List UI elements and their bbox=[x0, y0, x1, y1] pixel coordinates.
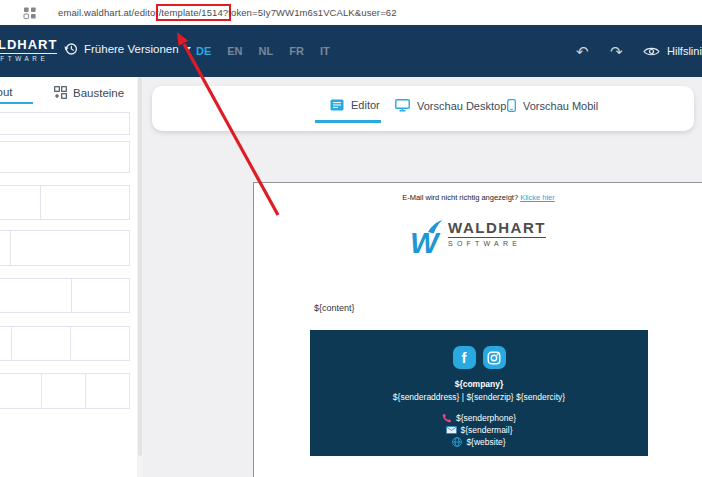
desktop-icon bbox=[395, 99, 410, 112]
footer-phone: ${senderphone} bbox=[456, 413, 516, 423]
email-canvas[interactable]: E-Mail wird nicht richtig angezeigt? Kli… bbox=[253, 182, 702, 477]
layout-block-3col-b[interactable] bbox=[0, 373, 130, 409]
footer-phone-row: ${senderphone} bbox=[310, 413, 648, 423]
footer-mail: ${sendermail} bbox=[461, 425, 513, 435]
guides-toggle[interactable]: Hilfslinien bbox=[643, 45, 702, 57]
tab-editor[interactable]: Editor bbox=[330, 99, 380, 111]
layout-block-3col-a[interactable] bbox=[0, 326, 130, 361]
undo-icon[interactable]: ↶ bbox=[576, 44, 589, 59]
logo-subtitle: SOFTWARE bbox=[0, 55, 57, 62]
blocks-icon bbox=[54, 86, 67, 99]
tab-editor-label: Editor bbox=[351, 99, 380, 111]
footer-website: ${website} bbox=[466, 437, 505, 447]
sidebar: Layout Bausteine bbox=[0, 77, 143, 477]
active-tab-underline bbox=[0, 102, 33, 104]
footer-website-row: ${website} bbox=[310, 437, 648, 447]
language-switcher: DE EN NL FR IT bbox=[196, 45, 330, 57]
layout-block-2col-b[interactable] bbox=[0, 230, 130, 266]
previous-versions-button[interactable]: Frühere Versionen bbox=[64, 42, 191, 56]
tab-vorschau-mobil[interactable]: Vorschau Mobil bbox=[507, 99, 598, 112]
url-highlighted-segment: /template/1514? bbox=[159, 7, 229, 18]
layout-block-1col-a[interactable] bbox=[0, 112, 130, 135]
phone-icon bbox=[442, 413, 452, 423]
column-divider bbox=[70, 327, 71, 360]
language-de[interactable]: DE bbox=[196, 45, 211, 57]
tab-bausteine[interactable]: Bausteine bbox=[54, 86, 124, 99]
mail-icon bbox=[446, 426, 457, 434]
language-en[interactable]: EN bbox=[227, 45, 242, 57]
url-post: token=5Iy7WW1m6s1VCALK&user=62 bbox=[228, 7, 396, 18]
app-header: WALDHART SOFTWARE Frühere Versionen DE E… bbox=[0, 25, 702, 77]
redo-icon[interactable]: ↷ bbox=[610, 44, 623, 59]
svg-text:W: W bbox=[411, 226, 441, 259]
layout-block-2col-a[interactable] bbox=[0, 185, 130, 220]
main-area: Editor Vorschau Desktop Vorschau Mobil bbox=[143, 77, 702, 477]
email-logo-subtitle: SOFTWARE bbox=[448, 240, 546, 247]
column-divider bbox=[85, 374, 86, 408]
sidebar-scrollbar-thumb[interactable] bbox=[138, 77, 142, 456]
eye-icon bbox=[643, 46, 660, 57]
logo-wordmark: WALDHART bbox=[0, 37, 57, 54]
footer-address: ${senderaddress} | ${senderzip} ${sender… bbox=[310, 392, 648, 402]
email-preheader: E-Mail wird nicht richtig angezeigt? Kli… bbox=[254, 193, 702, 202]
chevron-down-icon bbox=[185, 47, 191, 51]
email-logo-wordmark: WALDHART bbox=[448, 219, 546, 238]
instagram-icon[interactable] bbox=[483, 346, 506, 369]
column-divider bbox=[40, 186, 41, 219]
layout-block-2col-c[interactable] bbox=[0, 278, 130, 313]
content-placeholder[interactable]: ${content} bbox=[314, 303, 355, 313]
history-icon bbox=[64, 42, 78, 56]
social-icons-row: f bbox=[310, 346, 648, 369]
waldhart-w-icon: W bbox=[411, 219, 443, 259]
tab-vorschau-desktop[interactable]: Vorschau Desktop bbox=[395, 99, 506, 112]
active-view-underline bbox=[315, 120, 381, 123]
globe-icon bbox=[452, 437, 462, 447]
column-divider bbox=[11, 327, 12, 360]
column-divider bbox=[71, 279, 72, 312]
mobile-icon bbox=[507, 99, 516, 112]
url-text[interactable]: email.waldhart.at/editor/template/1514?t… bbox=[58, 0, 397, 25]
column-divider bbox=[41, 374, 42, 408]
language-it[interactable]: IT bbox=[320, 45, 330, 57]
column-divider bbox=[10, 231, 11, 265]
browser-url-bar[interactable]: email.waldhart.at/editor/template/1514?t… bbox=[0, 0, 702, 25]
email-footer-block[interactable]: f ${company} ${senderaddress} | ${sender… bbox=[310, 330, 648, 456]
waldhart-logo: WALDHART SOFTWARE bbox=[0, 37, 57, 62]
language-fr[interactable]: FR bbox=[289, 45, 304, 57]
footer-company: ${company} bbox=[310, 379, 648, 389]
previous-versions-label: Frühere Versionen bbox=[84, 43, 179, 55]
tab-layout[interactable]: Layout bbox=[0, 86, 13, 98]
tab-vorschau-desktop-label: Vorschau Desktop bbox=[417, 100, 506, 112]
tab-bausteine-label: Bausteine bbox=[73, 87, 124, 99]
tab-vorschau-mobil-label: Vorschau Mobil bbox=[523, 100, 598, 112]
preheader-link[interactable]: Klicke hier bbox=[520, 193, 555, 202]
language-nl[interactable]: NL bbox=[259, 45, 274, 57]
facebook-icon[interactable]: f bbox=[453, 346, 476, 369]
preheader-text: E-Mail wird nicht richtig angezeigt? bbox=[402, 193, 520, 202]
footer-mail-row: ${sendermail} bbox=[310, 425, 648, 435]
tab-layout-label: Layout bbox=[0, 86, 13, 98]
guides-label: Hilfslinien bbox=[667, 45, 702, 57]
view-mode-toolbar: Editor Vorschau Desktop Vorschau Mobil bbox=[152, 86, 694, 131]
editor-window: email.waldhart.at/editor/template/1514?t… bbox=[0, 0, 702, 477]
url-pre: email.waldhart.at/editor bbox=[58, 7, 159, 18]
layout-block-1col-b[interactable] bbox=[0, 141, 130, 173]
email-logo: W WALDHART SOFTWARE bbox=[254, 219, 702, 259]
editor-icon bbox=[330, 99, 344, 111]
site-info-icon[interactable] bbox=[23, 6, 37, 20]
